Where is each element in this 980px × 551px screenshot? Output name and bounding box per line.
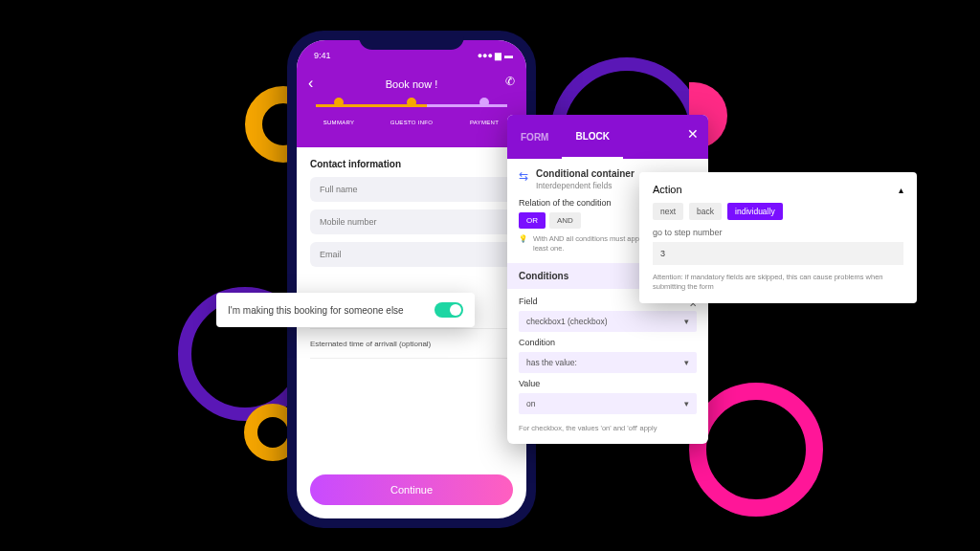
someone-else-toggle[interactable]	[434, 302, 463, 318]
field-select[interactable]: checkbox1 (checkbox)▾	[519, 311, 697, 332]
action-warning: Attention: if mandatory fields are skipp…	[653, 273, 903, 292]
tab-block[interactable]: BLOCK	[562, 116, 623, 159]
chevron-down-icon: ▾	[684, 399, 689, 408]
block-type-subtitle: Interdependent fields	[536, 181, 635, 190]
status-icons: ●●● ▆ ▬	[478, 51, 513, 60]
container-icon: ⇆	[519, 169, 528, 183]
chevron-down-icon: ▾	[684, 317, 689, 326]
bulb-icon: 💡	[519, 234, 527, 253]
email-input[interactable]: Email	[310, 242, 513, 267]
chevron-up-icon[interactable]: ▴	[899, 185, 903, 195]
phone-notch	[359, 31, 464, 50]
action-back-button[interactable]: back	[689, 203, 722, 220]
action-popover: Action ▴ next back individually go to st…	[639, 172, 917, 303]
close-icon[interactable]: ✕	[687, 126, 699, 142]
phone-screen: 9:41 ●●● ▆ ▬ ‹ Book now ! ✆ SUMMARY GUES…	[297, 40, 526, 518]
decor-circle	[689, 383, 823, 517]
full-name-input[interactable]: Full name	[310, 177, 513, 202]
conditions-heading: Conditions	[519, 271, 568, 281]
condition-label: Condition	[519, 338, 697, 347]
panel-tabs: FORM BLOCK ✕	[507, 115, 708, 159]
app-header: ‹ Book now ! ✆ SUMMARY GUESTO INFO PAYME…	[297, 71, 526, 147]
action-heading: Action	[653, 184, 682, 195]
action-next-button[interactable]: next	[653, 203, 683, 220]
step-number-input[interactable]: 3	[653, 242, 903, 265]
mobile-input[interactable]: Mobile number	[310, 209, 513, 234]
page-title: Book now !	[386, 78, 437, 90]
action-individually-button[interactable]: individually	[727, 203, 783, 220]
value-select[interactable]: on▾	[519, 393, 697, 414]
field-label: Field	[519, 297, 538, 306]
phone-frame: 9:41 ●●● ▆ ▬ ‹ Book now ! ✆ SUMMARY GUES…	[287, 31, 536, 528]
toggle-label: I'm making this booking for someone else	[228, 305, 404, 316]
block-type-title: Conditional container	[536, 168, 635, 179]
back-icon[interactable]: ‹	[308, 75, 313, 92]
progress-stepper: SUMMARY GUESTO INFO PAYMENT	[297, 92, 526, 138]
someone-else-toggle-card: I'm making this booking for someone else	[216, 293, 475, 327]
eta-row[interactable]: Esternated time of arrivall (optional)⌄	[310, 329, 513, 359]
section-title: Contact information	[310, 159, 513, 169]
chevron-down-icon: ▾	[684, 358, 689, 367]
value-label: Value	[519, 379, 697, 388]
relation-or-button[interactable]: OR	[519, 212, 546, 229]
value-hint: For checkbox, the values 'on' and 'off' …	[519, 420, 697, 432]
step-guest-info[interactable]: GUESTO INFO	[375, 98, 448, 128]
condition-select[interactable]: has the value:▾	[519, 352, 697, 373]
relation-and-button[interactable]: AND	[549, 212, 581, 229]
goto-label: go to step number	[653, 228, 903, 237]
step-summary[interactable]: SUMMARY	[302, 98, 375, 128]
phone-call-icon[interactable]: ✆	[505, 75, 515, 88]
continue-button[interactable]: Continue	[310, 474, 513, 505]
tab-form[interactable]: FORM	[507, 117, 562, 158]
status-time: 9:41	[314, 51, 331, 60]
